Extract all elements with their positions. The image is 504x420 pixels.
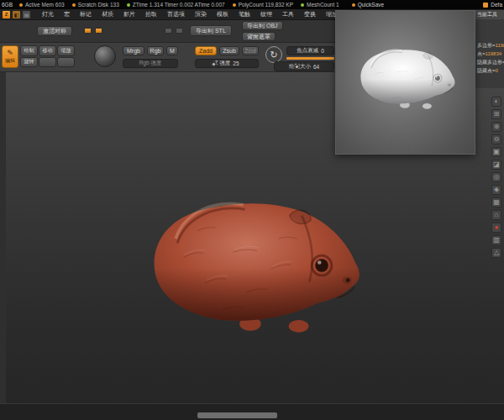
menu-movie[interactable]: 影片 [118,10,140,18]
bottom-bar [0,403,504,420]
ztime-readout: ZTime 1.314 Timer 0.002 ATime 0.007 [127,2,225,8]
hidden-points-stat: 隐藏点=0 [477,66,504,75]
shelf-button-blank-2[interactable] [57,57,75,68]
menu-marker[interactable]: 标记 [75,10,97,18]
symmetry-x-button[interactable] [84,28,92,34]
menu-material[interactable]: 材质 [97,10,118,18]
record-turntable-icon[interactable]: ● [491,223,501,233]
pen-icon: ✎ [7,50,13,58]
tool-preview-popup[interactable] [335,10,475,155]
status-dot-icon [352,3,355,7]
polycount-readout: PolyCount 119,832 KP [233,2,293,8]
zsub-button[interactable]: Zsub [219,46,239,55]
backface-mask-button[interactable]: 背面遮罩 [242,32,276,41]
m-button[interactable]: M [166,46,178,55]
gyro-icon[interactable]: ↻ [265,46,282,63]
menu-light[interactable]: 灯光 [37,10,59,18]
export-stl-button[interactable]: 导出到 STL [190,25,232,36]
right-shelf: ◐ ⊞ ⊕ ⊖ ▣ ◪ ◎ ◈ ▦ ⌂ ● ▥ △ [491,97,501,258]
actual-size-icon[interactable]: ▣ [491,147,501,157]
menu-render[interactable]: 渲染 [190,10,212,18]
zoom-in-icon[interactable]: ⊕ [491,122,501,132]
menu-stroke[interactable]: 笔触 [234,10,255,18]
titlebar-right-label[interactable]: Defa [483,2,502,8]
material-thumbnail[interactable] [94,45,116,67]
polygons-stat: 多边形=119832 [477,41,504,50]
status-dot-icon [233,3,236,7]
move-mode-button[interactable]: 移动 [39,45,56,56]
scratch-disk-readout: Scratch Disk 133 [72,2,119,8]
script-icon [483,3,488,8]
symmetry-y-button[interactable] [95,28,102,34]
zoom-out-icon[interactable]: ⊖ [491,134,501,144]
focal-shift-slider[interactable]: 焦点衰减 0 [286,46,334,55]
see-through-icon[interactable]: ▦ [491,197,501,207]
title-bar: 6GB Active Mem 603 Scratch Disk 133 ZTim… [0,0,504,9]
menu-preferences[interactable]: 首选项 [162,10,190,18]
menu-stencil[interactable]: 模板 [212,10,234,18]
left-tray-divider [0,72,6,403]
perspective-icon[interactable]: △ [491,248,501,258]
sculpt-model-guinea-pig[interactable] [139,185,370,339]
draw-size-slider[interactable]: 绘制大小 64 [274,61,334,71]
zadd-button[interactable]: Zadd [195,46,217,55]
local-symmetry-icon[interactable]: ◈ [491,185,501,195]
tool-tray: 当前工具 多边形=119832 点=119834 隐藏多边形=0 隐藏点=0 [475,10,504,88]
home-icon[interactable]: ⌂ [491,210,501,220]
menu-items: 灯光 宏 标记 材质 影片 拾取 首选项 渲染 模板 笔触 纹理 工具 变换 缩… [37,10,343,18]
mrgb-button[interactable]: Mrgb [123,46,144,55]
focal-shift-track[interactable] [286,57,334,60]
projection-master-icon[interactable]: ◧ [13,11,20,18]
zcut-button[interactable]: Zcut [242,46,259,55]
toggle-button-2[interactable] [176,28,183,34]
menu-texture[interactable]: 纹理 [255,10,277,18]
bottom-tray-handle[interactable] [197,412,277,418]
points-stat: 点=119834 [477,50,504,58]
mesh-stats: 多边形=119832 点=119834 隐藏多边形=0 隐藏点=0 [475,41,504,75]
frame-mesh-icon[interactable]: ◎ [491,172,501,182]
mode-button-grid: 绘制 移动 缩放 旋转 [20,45,77,68]
draw-mode-button[interactable]: 绘制 [20,45,38,56]
edit-mode-button[interactable]: ✎ 编辑 [2,45,18,68]
quicksave-button[interactable]: QuickSave [352,2,384,8]
current-tool-header[interactable]: 当前工具 [475,10,504,19]
zbrush-logo-icon[interactable]: Z [3,11,10,18]
antialias-half-icon[interactable]: ◪ [491,160,501,170]
status-dot-icon [301,3,304,7]
status-dot-icon [72,3,76,7]
hidden-polygons-stat: 隐藏多边形=0 [477,58,504,66]
status-dot-icon [127,3,130,7]
zbrush-window: 6GB Active Mem 603 Scratch Disk 133 ZTim… [0,0,504,420]
export-obj-button[interactable]: 导出到 OBJ [242,21,283,30]
activate-symmetry-button[interactable]: 激活对称 [37,26,72,36]
shelf-button-blank-1[interactable] [39,57,56,68]
scroll-document-icon[interactable]: ⊞ [491,109,501,119]
menu-tool[interactable]: 工具 [277,10,299,18]
scale-mode-button[interactable]: 缩放 [57,45,75,56]
floor-grid-icon[interactable]: ▥ [491,235,501,245]
free-mem-readout: 6GB [2,2,13,8]
active-mem-readout: Active Mem 603 [19,2,65,8]
lightbox-icon[interactable]: ▤ [23,11,30,18]
z-intensity-slider[interactable]: Z 强度 25 [195,59,259,68]
tool-preview-model [354,41,459,112]
rotate-mode-button[interactable]: 旋转 [20,57,38,68]
menu-picker[interactable]: 拾取 [140,10,162,18]
meshcount-readout: MeshCount 1 [301,2,339,8]
rgb-button[interactable]: Rgb [147,46,164,55]
status-dot-icon [19,3,23,7]
menu-macro[interactable]: 宏 [59,10,75,18]
bpr-render-icon[interactable]: ◐ [491,97,501,107]
rgb-intensity-slider[interactable]: Rgb 强度 [123,59,178,68]
toggle-button-1[interactable] [165,28,172,34]
menu-transform[interactable]: 变换 [299,10,321,18]
